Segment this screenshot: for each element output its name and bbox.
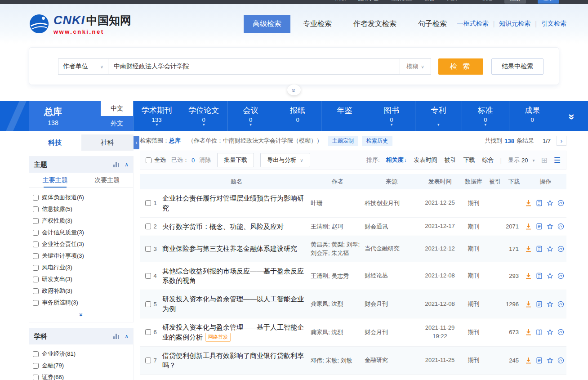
download-icon[interactable] [525,223,532,230]
favorite-icon[interactable] [547,357,553,364]
filter-checkbox[interactable] [33,230,39,236]
sort-bars-icon[interactable] [113,334,119,339]
filter-checkbox[interactable] [33,265,39,271]
sort-option[interactable]: 被引 [445,156,456,164]
authors-cell[interactable]: 王清刚; 吴志秀 [311,272,365,281]
topic-customize-button[interactable]: 主题定制 [328,136,358,146]
html-read-icon[interactable] [536,301,543,308]
authors-cell[interactable]: 黄昌兵; 黄梨; 刘翠; 刘会萍; 朱光福 [311,240,365,258]
expand-db-band-button[interactable]: » [556,101,588,131]
row-checkbox[interactable] [145,246,151,252]
search-history-button[interactable]: 检索历史 [362,136,392,146]
filter-checkbox[interactable] [33,277,39,282]
search-mode-tab[interactable]: 作者发文检索 [344,15,405,33]
db-category[interactable]: 专利▾ [415,101,462,131]
filter-item[interactable]: 信息披露(5) [33,203,129,215]
download-icon[interactable] [525,357,532,364]
expand-theme-list-button[interactable]: » [29,309,133,322]
result-title-link[interactable]: 商业保险参与第三支柱养老金融体系建设研究 [162,245,297,252]
download-icon[interactable] [525,273,532,279]
sort-option[interactable]: 下载 [463,156,475,164]
grid-view-button[interactable]: ⊞ [541,156,548,164]
source-cell[interactable]: 科技创业月刊 [365,199,419,207]
header-link[interactable]: 引文检索 [541,20,566,28]
sort-bars-icon[interactable] [113,162,119,167]
language-tab[interactable]: 外文 [101,116,133,131]
quote-icon[interactable] [557,273,564,279]
row-checkbox[interactable] [145,200,151,206]
header-link[interactable]: 一框式检索 [457,20,489,28]
row-checkbox[interactable] [145,329,151,335]
authors-cell[interactable]: 邓伟; 宋敏; 刘敏 [311,356,365,365]
topbar-link[interactable]: 公告 [424,0,435,2]
result-title-link[interactable]: 其他综合收益列报的市场反应——基于盈余反应系数的视角 [162,267,304,285]
html-read-icon[interactable] [536,200,543,206]
batch-download-button[interactable]: 批量下载 [217,153,254,167]
search-mode-tab[interactable]: 句子检索 [409,15,456,33]
select-all-checkbox[interactable] [146,157,151,163]
quote-icon[interactable] [557,246,564,252]
clear-selection-button[interactable]: 清除 [199,156,211,164]
favorite-icon[interactable] [547,329,553,335]
collapse-sidebar-button[interactable]: ‹ [134,136,139,149]
db-category[interactable]: 图书0▾ [368,101,414,131]
book-read-icon[interactable] [536,329,543,335]
html-read-icon[interactable] [536,223,543,230]
quote-icon[interactable] [557,223,564,230]
filter-checkbox[interactable] [33,195,39,201]
download-icon[interactable] [525,329,532,335]
category-group-tab[interactable]: 科技 [29,134,81,151]
source-cell[interactable]: 金融研究 [365,356,419,364]
authors-cell[interactable]: 王清刚; 赵珂 [311,222,365,231]
match-mode-select[interactable]: 模糊 ∨ [400,58,431,75]
collapse-panel-icon[interactable]: ∧ [125,333,129,340]
source-cell[interactable]: 财会月刊 [365,328,419,336]
topbar-link[interactable]: 我的CNKI [446,0,470,2]
filter-item[interactable]: 金融(79) [33,360,129,371]
select-all-control[interactable]: 全选 [146,156,166,164]
filter-checkbox[interactable] [33,241,39,247]
cnki-logo[interactable]: CNKI 中国知网 www.cnki.net [29,13,146,35]
download-icon[interactable] [525,200,532,206]
filter-item[interactable]: 媒体负面报道(6) [33,192,129,203]
db-category[interactable]: 学位论文0▾ [180,101,227,131]
result-title-link[interactable]: 借贷便利创新工具有效影响了商业银行贷款利率吗？ [162,352,304,369]
favorite-icon[interactable] [547,273,553,279]
filter-checkbox[interactable] [33,300,39,306]
filter-item[interactable]: 事务所选聘(3) [33,297,129,308]
theme-tab[interactable]: 次要主题 [81,173,134,188]
html-read-icon[interactable] [536,273,543,279]
list-view-button[interactable]: ☰ [554,156,561,164]
header-link[interactable]: 知识元检索 [499,20,530,28]
authors-cell[interactable]: 叶珊 [311,199,365,208]
db-category[interactable]: 年鉴 [321,101,368,131]
db-category[interactable]: 报纸0 [274,101,321,131]
source-cell[interactable]: 财会月刊 [365,300,419,308]
search-field-select[interactable]: 作者单位 ∨ [58,58,108,75]
export-analyze-button[interactable]: 导出与分析 ∨ [260,153,310,167]
html-read-icon[interactable] [536,357,543,364]
sort-option[interactable]: 发表时间 [414,156,437,164]
filter-item[interactable]: 风电行业(3) [33,262,129,273]
db-category[interactable]: 成果0 [509,101,556,131]
db-category[interactable]: 标准0▾ [462,101,508,131]
favorite-icon[interactable] [547,200,553,206]
source-cell[interactable]: 财会通讯 [365,223,419,231]
category-group-tab[interactable]: 社科 [81,134,134,151]
expand-search-options-button[interactable]: » [287,85,301,95]
filter-checkbox[interactable] [33,206,39,212]
filter-item[interactable]: 企业经济(81) [33,348,129,360]
row-checkbox[interactable] [145,224,151,229]
next-page-button[interactable]: › [557,136,566,146]
authors-cell[interactable]: 龚家凤; 沈烈 [311,328,365,337]
row-checkbox[interactable] [145,301,151,307]
quote-icon[interactable] [557,357,564,364]
result-title-link[interactable]: 企业社会责任履行对管理层业绩预告行为影响研究 [162,194,304,212]
download-icon[interactable] [525,301,532,308]
filter-item[interactable]: 研发支出(3) [33,273,129,285]
db-category[interactable]: 会议0▾ [227,101,274,131]
filter-checkbox[interactable] [33,363,39,369]
favorite-icon[interactable] [547,301,553,308]
result-title-link[interactable]: 央行数字货币：概念、功能、风险及应对 [162,223,284,230]
filter-checkbox[interactable] [33,375,39,380]
